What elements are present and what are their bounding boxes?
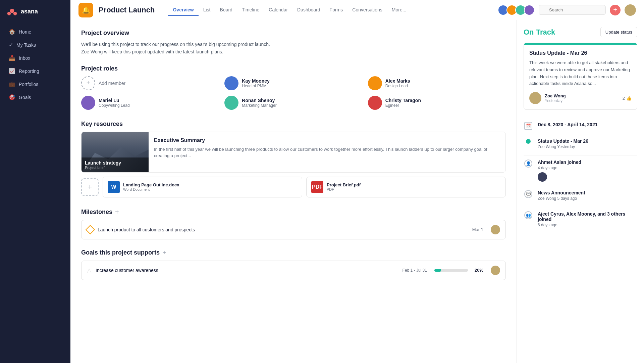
- sidebar-item-label-reporting: Reporting: [19, 69, 39, 74]
- milestone-diamond-icon: [86, 225, 95, 234]
- tab-forms[interactable]: Forms: [325, 4, 348, 16]
- role-info-christy: Christy Taragon Egineer: [385, 98, 421, 108]
- svg-point-1: [7, 12, 11, 15]
- avatar-mariel: [81, 96, 95, 110]
- exec-summary-title: Executive Summary: [154, 137, 500, 143]
- comment-icon-wrap: 💬: [524, 190, 533, 203]
- role-info-mariel: Mariel Lu Copywriting Lead: [99, 98, 130, 108]
- avatar-member-4: [524, 5, 535, 15]
- sidebar-item-label-inbox: Inbox: [19, 55, 30, 61]
- timeline-ahmet-text: Ahmet Aslan joined: [538, 160, 637, 165]
- goal-item-1: △ Increase customer awareness Feb 1 - Ju…: [81, 261, 506, 280]
- milestone-date-1: Mar 1: [472, 227, 483, 232]
- role-title-christy: Egineer: [385, 103, 421, 108]
- sidebar-item-label-tasks: My Tasks: [16, 42, 36, 48]
- role-name-mariel: Mariel Lu: [99, 98, 130, 103]
- activity-timeline: 📅 Dec 8, 2020 - April 14, 2021 Status Up…: [524, 118, 637, 233]
- tab-more[interactable]: More...: [387, 4, 411, 16]
- sidebar-item-my-tasks[interactable]: ✓ My Tasks: [3, 39, 68, 51]
- timeline-content-status: Status Update - Mar 26 Zoe Wong Yesterda…: [538, 138, 637, 151]
- milestones-section: Milestones + Launch product to all custo…: [81, 208, 506, 239]
- sidebar-item-reporting[interactable]: 📈 Reporting: [3, 65, 68, 77]
- milestone-avatar-1: [491, 225, 500, 234]
- update-status-button[interactable]: Update status: [600, 27, 637, 37]
- tab-calendar[interactable]: Calendar: [264, 4, 292, 16]
- goal-text-1: Increase customer awareness: [96, 268, 398, 273]
- milestones-header: Milestones +: [81, 208, 506, 216]
- role-info-kay: Kay Mooney Head of PMM: [242, 78, 269, 88]
- add-button[interactable]: +: [610, 5, 621, 15]
- sidebar-item-goals[interactable]: 🎯 Goals: [3, 91, 68, 103]
- launch-strategy-overlay: Launch strategy Project brief: [82, 157, 149, 172]
- avatar-christy: [368, 96, 382, 110]
- tab-list[interactable]: List: [199, 4, 215, 16]
- goals-icon: 🎯: [9, 94, 15, 100]
- timeline-others-time: 6 days ago: [538, 223, 637, 227]
- file-landing-page[interactable]: W Landing Page Outline.docx Word Documen…: [103, 177, 302, 197]
- logo-text: asana: [21, 8, 38, 15]
- sidebar-item-home[interactable]: 🏠 Home: [3, 26, 68, 38]
- goal-dates-1: Feb 1 - Jul 31: [402, 268, 427, 273]
- add-goal-button[interactable]: +: [162, 249, 166, 257]
- goal-progress-bar-1: [434, 269, 468, 272]
- status-likes[interactable]: 2 👍: [623, 96, 632, 101]
- tab-conversations[interactable]: Conversations: [347, 4, 387, 16]
- add-milestone-button[interactable]: +: [115, 208, 119, 216]
- timeline-status-author: Zoe Wong Yesterday: [538, 144, 637, 149]
- status-author-info: Zoe Wong Yesterday: [545, 93, 566, 103]
- file-project-brief[interactable]: PDF Project Brief.pdf PDF: [306, 177, 506, 197]
- timeline-content-ahmet: Ahmet Aslan joined 4 days ago: [538, 160, 637, 182]
- file-type-landing: Word Document: [123, 187, 179, 191]
- milestone-item-1: Launch product to all customers and pros…: [81, 220, 506, 239]
- goal-percent-1: 20%: [475, 268, 483, 273]
- add-member-icon: +: [81, 76, 95, 90]
- role-name-christy: Christy Taragon: [385, 98, 421, 103]
- file-name-landing: Landing Page Outline.docx: [123, 182, 179, 187]
- role-item-christy: Christy Taragon Egineer: [368, 96, 506, 110]
- timeline-content-news: News Announcement Zoe Wong 5 days ago: [538, 190, 637, 203]
- timeline-ahmet-avatar: [538, 172, 547, 182]
- tab-timeline[interactable]: Timeline: [237, 4, 264, 16]
- timeline-status-author-name: Zoe Wong: [538, 144, 556, 149]
- role-info-ronan: Ronan Shenoy Marketing Manager: [242, 98, 276, 108]
- tab-board[interactable]: Board: [215, 4, 237, 16]
- add-member-button[interactable]: + Add member: [81, 76, 219, 90]
- timeline-news-time: 5 days ago: [557, 196, 577, 201]
- sidebar: asana 🏠 Home ✓ My Tasks 📥 Inbox 📈 Report…: [0, 0, 70, 363]
- add-file-button[interactable]: +: [81, 178, 99, 196]
- sidebar-item-label-goals: Goals: [19, 95, 31, 100]
- launch-strategy-title: Launch strategy: [85, 160, 145, 166]
- sidebar-item-label-portfolios: Portfolios: [19, 82, 38, 87]
- sidebar-item-label-home: Home: [19, 29, 31, 35]
- role-item-alex: Alex Marks Design Lead: [368, 76, 506, 90]
- svg-point-2: [13, 12, 17, 15]
- tab-dashboard[interactable]: Dashboard: [292, 4, 325, 16]
- milestone-text-1: Launch product to all customers and pros…: [98, 227, 468, 232]
- role-item-ronan: Ronan Shenoy Marketing Manager: [224, 96, 362, 110]
- role-title-alex: Design Lead: [385, 84, 410, 88]
- timeline-news-author-time: Zoe Wong 5 days ago: [538, 196, 637, 201]
- status-card-body: Status Update - Mar 26 This week we were…: [524, 45, 637, 109]
- right-panel: On Track Update status Status Update - M…: [517, 20, 644, 363]
- role-item-kay: Kay Mooney Head of PMM: [224, 76, 362, 90]
- sidebar-logo[interactable]: asana: [0, 0, 70, 23]
- timeline-others-text: Ajeet Cyrus, Alex Mooney, and 3 others j…: [538, 211, 637, 222]
- user-avatar[interactable]: [625, 4, 636, 16]
- search-wrap: [539, 5, 606, 15]
- likes-count: 2: [623, 96, 625, 101]
- project-title: Product Launch: [99, 6, 155, 14]
- status-update-title: Status Update - Mar 26: [529, 50, 632, 56]
- launch-strategy-image: Launch strategy Project brief: [82, 132, 149, 172]
- search-input[interactable]: [539, 5, 606, 15]
- sidebar-item-portfolios[interactable]: 💼 Portfolios: [3, 78, 68, 90]
- content-area: Project overview We'll be using this pro…: [70, 20, 644, 363]
- goals-title: Goals this project supports: [81, 249, 160, 256]
- timeline-content-date: Dec 8, 2020 - April 14, 2021: [538, 122, 637, 130]
- resource-main-card[interactable]: Launch strategy Project brief Executive …: [81, 132, 506, 173]
- user-join-icon: 👤: [524, 160, 532, 168]
- timeline-news-author: Zoe Wong: [538, 196, 556, 201]
- sidebar-item-inbox[interactable]: 📥 Inbox: [3, 52, 68, 64]
- tab-overview[interactable]: Overview: [168, 4, 198, 16]
- user-icon-wrap-ahmet: 👤: [524, 160, 533, 182]
- role-item-mariel: Mariel Lu Copywriting Lead: [81, 96, 219, 110]
